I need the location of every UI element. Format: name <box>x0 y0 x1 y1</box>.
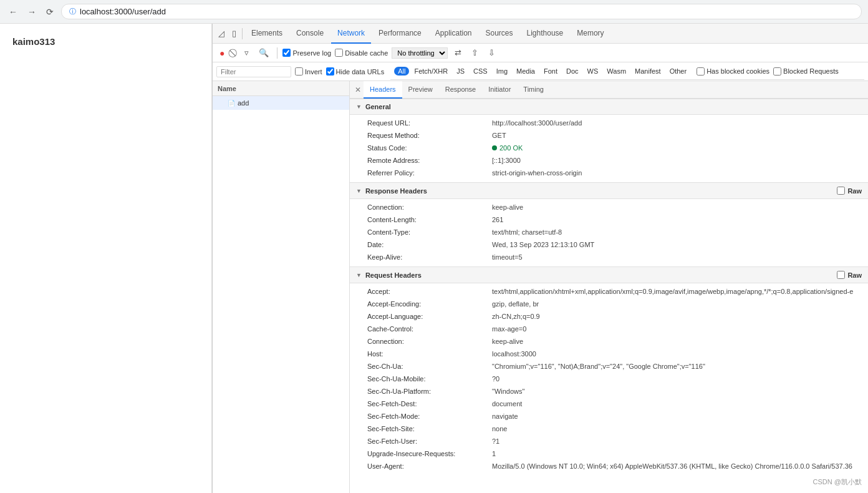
response-raw-checkbox[interactable]: Raw <box>837 187 862 195</box>
header-key: Accept-Encoding: <box>367 300 492 309</box>
req-tab-timing[interactable]: Timing <box>517 81 550 99</box>
filter-row: Invert Hide data URLs All Fetch/XHR JS C… <box>213 62 868 81</box>
watermark: CSDN @凯小默 <box>813 477 862 487</box>
header-row: Content-Type: text/html; charset=utf-8 <box>350 227 868 239</box>
wifi-icon-btn[interactable]: ⇄ <box>451 46 465 59</box>
header-row: Cache-Control:max-age=0 <box>350 323 868 336</box>
header-row: Sec-Fetch-User:?1 <box>350 436 868 448</box>
network-list: Name 📄 add <box>213 81 350 493</box>
tab-memory[interactable]: Memory <box>571 24 610 44</box>
request-headers-body: Accept:text/html,application/xhtml+xml,a… <box>350 283 868 476</box>
header-key: Status Code: <box>367 144 492 153</box>
filter-js[interactable]: JS <box>453 67 468 76</box>
req-tab-preview[interactable]: Preview <box>402 81 439 99</box>
search-icon-btn[interactable]: 🔍 <box>256 46 272 59</box>
request-headers-section-header[interactable]: ▼ Request Headers Raw <box>350 266 868 283</box>
header-row: Request URL: http://localhost:3000/user/… <box>350 117 868 130</box>
response-triangle: ▼ <box>356 188 362 194</box>
type-filters: All Fetch/XHR JS CSS Img Media Font Doc … <box>390 64 864 80</box>
header-key: Sec-Fetch-Mode: <box>367 412 492 421</box>
tab-console[interactable]: Console <box>290 24 330 44</box>
header-row: Connection:keep-alive <box>350 336 868 348</box>
request-tabs: ✕ Headers Preview Response Initiator Tim… <box>350 81 868 99</box>
header-row: Keep-Alive: timeout=5 <box>350 251 868 264</box>
header-val: strict-origin-when-cross-origin <box>492 169 582 178</box>
page-content: kaimo313 <box>0 24 212 493</box>
req-tab-initiator[interactable]: Initiator <box>482 81 517 99</box>
header-key: Sec-Ch-Ua-Mobile: <box>367 375 492 384</box>
header-val: keep-alive <box>492 338 523 346</box>
header-row: Accept-Encoding:gzip, deflate, br <box>350 298 868 311</box>
request-raw-checkbox[interactable]: Raw <box>837 271 862 279</box>
filter-wasm[interactable]: Wasm <box>603 67 630 76</box>
network-item[interactable]: 📄 add <box>213 96 349 110</box>
inspector-icon-btn[interactable]: ◿ <box>215 27 228 40</box>
has-blocked-cookies-checkbox[interactable]: Has blocked cookies <box>697 67 769 76</box>
header-val: "Chromium";v="116", "Not)A;Brand";v="24"… <box>492 363 705 371</box>
header-row: Request Method: GET <box>350 130 868 142</box>
header-key: Referrer Policy: <box>367 169 492 178</box>
filter-img[interactable]: Img <box>493 67 511 76</box>
forward-button[interactable]: → <box>25 6 39 18</box>
filter-manifest[interactable]: Manifest <box>631 67 665 76</box>
tab-elements[interactable]: Elements <box>245 24 289 44</box>
request-triangle: ▼ <box>356 272 362 278</box>
tab-sources[interactable]: Sources <box>480 24 519 44</box>
filter-media[interactable]: Media <box>513 67 539 76</box>
tab-application[interactable]: Application <box>429 24 478 44</box>
header-val: max-age=0 <box>492 325 526 334</box>
header-val: localhost:3000 <box>492 350 536 359</box>
reload-button[interactable]: ⟳ <box>44 6 56 18</box>
page-area: kaimo313 ◿ ▯ Elements Console Network Pe… <box>0 24 868 493</box>
header-val: document <box>492 400 522 409</box>
address-bar[interactable]: ⓘ localhost:3000/user/add <box>61 4 862 19</box>
general-section-header[interactable]: ▼ General <box>350 99 868 115</box>
filter-css[interactable]: CSS <box>470 67 491 76</box>
filter-fetch-xhr[interactable]: Fetch/XHR <box>410 67 451 76</box>
import-btn[interactable]: ⇧ <box>468 46 481 59</box>
header-key: Sec-Ch-Ua: <box>367 363 492 371</box>
nav-bar: ← → ⟳ ⓘ localhost:3000/user/add <box>0 0 868 23</box>
filter-other[interactable]: Other <box>666 67 691 76</box>
header-key: Sec-Fetch-Site: <box>367 425 492 434</box>
address-text: localhost:3000/user/add <box>80 7 166 16</box>
header-row: Upgrade-Insecure-Requests:1 <box>350 448 868 461</box>
filter-font[interactable]: Font <box>540 67 561 76</box>
tab-performance[interactable]: Performance <box>372 24 428 44</box>
filter-doc[interactable]: Doc <box>562 67 582 76</box>
clear-btn[interactable]: ⃠ <box>231 46 238 60</box>
header-row: Date: Wed, 13 Sep 2023 12:13:10 GMT <box>350 239 868 251</box>
hide-data-urls-checkbox[interactable]: Hide data URLs <box>326 67 385 76</box>
response-header-row: ▼ Response Headers Raw <box>356 187 862 195</box>
header-row: Remote Address: [::1]:3000 <box>350 155 868 167</box>
req-tab-response[interactable]: Response <box>439 81 483 99</box>
header-val: [::1]:3000 <box>492 157 521 165</box>
header-key: Keep-Alive: <box>367 253 492 262</box>
filter-icon-btn[interactable]: ▿ <box>241 46 252 59</box>
header-key: Sec-Ch-Ua-Platform: <box>367 388 492 396</box>
close-tab-btn[interactable]: ✕ <box>352 85 364 94</box>
doc-icon: 📄 <box>228 100 235 107</box>
tab-lighthouse[interactable]: Lighthouse <box>521 24 570 44</box>
header-key: Sec-Fetch-Dest: <box>367 400 492 409</box>
response-headers-section-header[interactable]: ▼ Response Headers Raw <box>350 182 868 199</box>
header-key: Content-Type: <box>367 228 492 237</box>
throttle-select[interactable]: No throttling <box>392 47 448 59</box>
filter-ws[interactable]: WS <box>584 67 602 76</box>
filter-input[interactable] <box>216 66 291 77</box>
preserve-log-checkbox[interactable]: Preserve log <box>282 49 331 57</box>
device-toolbar-btn[interactable]: ▯ <box>229 27 239 40</box>
header-val: text/html; charset=utf-8 <box>492 228 562 237</box>
back-button[interactable]: ← <box>6 6 20 18</box>
disable-cache-checkbox[interactable]: Disable cache <box>335 49 388 57</box>
header-row: Accept:text/html,application/xhtml+xml,a… <box>350 286 868 298</box>
header-val: 1 <box>492 450 496 459</box>
invert-checkbox[interactable]: Invert <box>295 67 322 76</box>
export-btn[interactable]: ⇩ <box>485 46 498 59</box>
blocked-requests-checkbox[interactable]: Blocked Requests <box>773 67 839 76</box>
record-stop-btn[interactable]: ● <box>216 46 228 60</box>
header-key: Host: <box>367 350 492 359</box>
filter-all[interactable]: All <box>394 67 409 76</box>
req-tab-headers[interactable]: Headers <box>364 81 402 99</box>
tab-network[interactable]: Network <box>331 24 371 44</box>
